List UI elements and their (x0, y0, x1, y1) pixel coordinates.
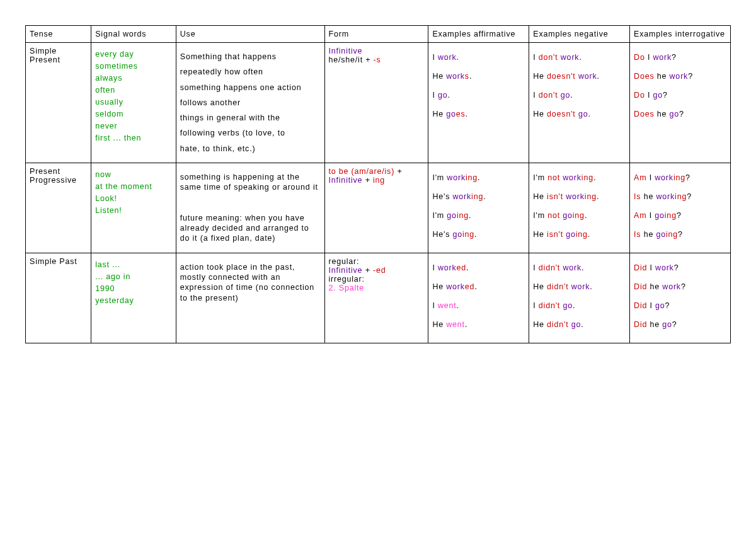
header-signal: Signal words (91, 26, 176, 43)
cell-examples-negative: I didn't work.He didn't work.I didn't go… (529, 253, 630, 343)
signal-word: at the moment (95, 182, 172, 191)
cell-form: to be (am/are/is) + Infinitive + ing (324, 163, 428, 253)
signal-word: Listen! (95, 206, 172, 215)
table-row: Simple Pastlast ...... ago in1990yesterd… (26, 253, 731, 343)
cell-examples-interrogative: Am I working?Is he working?Am I going?Is… (630, 163, 731, 253)
signal-word: always (95, 74, 172, 83)
cell-examples-affirmative: I worked.He worked.I went.He went. (428, 253, 529, 343)
signal-word: 1990 (95, 284, 172, 293)
cell-examples-affirmative: I'm working.He's working.I'm going.He's … (428, 163, 529, 253)
cell-form: Infinitivehe/she/it + -s (324, 43, 428, 163)
header-ex-aff: Examples affirmative (428, 26, 529, 43)
table-row: Simple Presentevery daysometimesalwaysof… (26, 43, 731, 163)
cell-tense: Simple Past (26, 253, 91, 343)
signal-word: last ... (95, 260, 172, 269)
signal-word: first ... then (95, 134, 172, 142)
cell-examples-negative: I'm not working.He isn't working.I'm not… (529, 163, 630, 253)
cell-signal-words: last ...... ago in1990yesterday (91, 253, 176, 343)
signal-word: ... ago in (95, 272, 172, 281)
signal-word: usually (95, 98, 172, 106)
signal-word: often (95, 86, 172, 95)
cell-use: action took place in the past, mostly co… (176, 253, 324, 343)
signal-word: every day (95, 50, 172, 59)
signal-word: never (95, 122, 172, 130)
signal-word: Look! (95, 194, 172, 203)
cell-use: Something that happensrepeatedly how oft… (176, 43, 324, 163)
cell-tense: Present Progressive (26, 163, 91, 253)
header-form: Form (324, 26, 428, 43)
signal-word: sometimes (95, 62, 172, 71)
cell-form: regular:Infinitive + -edirregular:2. Spa… (324, 253, 428, 343)
header-ex-neg: Examples negative (529, 26, 630, 43)
header-row: Tense Signal words Use Form Examples aff… (26, 26, 731, 43)
signal-word: seldom (95, 110, 172, 118)
cell-use: something is happening at the same time … (176, 163, 324, 253)
cell-signal-words: every daysometimesalwaysoftenusuallyseld… (91, 43, 176, 163)
header-tense: Tense (26, 26, 91, 43)
table-row: Present Progressivenowat the momentLook!… (26, 163, 731, 253)
signal-word: now (95, 170, 172, 179)
signal-word: yesterday (95, 296, 172, 305)
header-use: Use (176, 26, 324, 43)
cell-examples-affirmative: I work.He works.I go.He goes. (428, 43, 529, 163)
cell-examples-interrogative: Do I work?Does he work?Do I go?Does he g… (630, 43, 731, 163)
tense-table: Tense Signal words Use Form Examples aff… (25, 25, 731, 343)
header-ex-int: Examples interrogative (630, 26, 731, 43)
cell-examples-interrogative: Did I work?Did he work?Did I go?Did he g… (630, 253, 731, 343)
cell-signal-words: nowat the momentLook!Listen! (91, 163, 176, 253)
cell-examples-negative: I don't work.He doesn't work.I don't go.… (529, 43, 630, 163)
cell-tense: Simple Present (26, 43, 91, 163)
